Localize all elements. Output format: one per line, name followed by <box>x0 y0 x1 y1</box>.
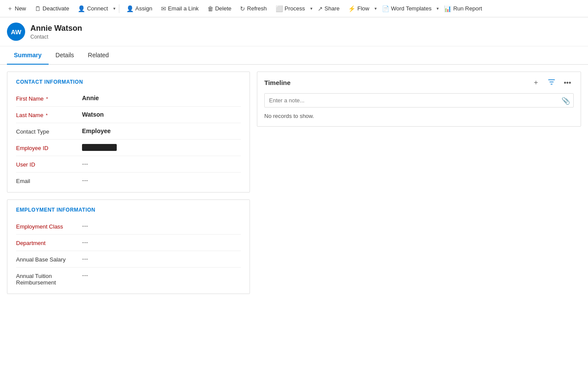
word-templates-chevron[interactable]: ▾ <box>437 6 439 11</box>
contact-info-title: CONTACT INFORMATION <box>16 79 241 85</box>
process-icon: ⬜ <box>276 5 283 12</box>
run-report-icon: 📊 <box>444 5 451 12</box>
field-contact-type: Contact Type Employee <box>16 123 241 140</box>
field-annual-base-salary: Annual Base Salary --- <box>16 251 241 268</box>
no-records-text: No records to show. <box>264 111 574 121</box>
connect-button[interactable]: 👤 Connect <box>74 3 111 14</box>
note-input[interactable] <box>264 93 574 108</box>
word-templates-label: Word Templates <box>391 5 431 12</box>
tab-summary[interactable]: Summary <box>7 46 49 65</box>
user-id-label: User ID <box>16 160 77 168</box>
attach-icon[interactable]: 📎 <box>562 96 570 105</box>
employee-id-redacted <box>82 144 117 151</box>
annual-tuition-value[interactable]: --- <box>82 272 241 279</box>
toolbar: ＋ New 🗒 Deactivate 👤 Connect ▾ 👤 Assign … <box>0 0 588 17</box>
field-email: Email --- <box>16 173 241 189</box>
flow-label: Flow <box>357 5 369 12</box>
share-button[interactable]: ↗ Share <box>314 3 343 14</box>
flow-button[interactable]: ⚡ Flow <box>345 3 372 14</box>
connect-icon: 👤 <box>78 5 85 12</box>
connect-chevron[interactable]: ▾ <box>113 6 115 11</box>
record-info: Annie Watson Contact <box>30 24 82 40</box>
last-name-label: Last Name * <box>16 111 77 118</box>
timeline-section: Timeline ＋ ••• 📎 No records to show. <box>257 72 581 127</box>
employment-class-value[interactable]: --- <box>82 222 241 229</box>
timeline-more-button[interactable]: ••• <box>561 78 574 88</box>
record-type: Contact <box>30 34 82 40</box>
divider-1 <box>119 4 119 13</box>
refresh-icon: ↻ <box>240 5 245 12</box>
process-label: Process <box>285 5 305 12</box>
email-link-button[interactable]: ✉ Email a Link <box>158 3 202 14</box>
timeline-actions: ＋ ••• <box>530 77 574 88</box>
run-report-label: Run Report <box>453 5 482 12</box>
share-icon: ↗ <box>318 5 323 12</box>
new-button[interactable]: ＋ New <box>3 3 30 14</box>
tab-related[interactable]: Related <box>81 46 116 65</box>
field-first-name: First Name * Annie <box>16 90 241 107</box>
annual-tuition-label: Annual Tuition Reimbursement <box>16 272 77 286</box>
record-header: AW Annie Watson Contact <box>0 17 588 46</box>
last-name-value[interactable]: Watson <box>82 111 241 118</box>
flow-chevron[interactable]: ▾ <box>374 6 377 11</box>
email-value[interactable]: --- <box>82 177 241 184</box>
first-name-value[interactable]: Annie <box>82 95 241 101</box>
share-label: Share <box>325 5 340 12</box>
note-input-wrapper: 📎 <box>264 93 574 108</box>
timeline-filter-button[interactable] <box>545 78 558 88</box>
field-annual-tuition: Annual Tuition Reimbursement --- <box>16 268 241 290</box>
field-employee-id: Employee ID <box>16 140 241 156</box>
word-templates-icon: 📄 <box>382 5 389 12</box>
flow-icon: ⚡ <box>348 5 355 12</box>
first-name-label: First Name * <box>16 95 77 102</box>
employment-info-title: EMPLOYMENT INFORMATION <box>16 207 241 213</box>
assign-icon: 👤 <box>126 5 134 12</box>
tab-bar: Summary Details Related <box>0 46 588 65</box>
contact-info-section: CONTACT INFORMATION First Name * Annie L… <box>7 72 250 193</box>
process-chevron[interactable]: ▾ <box>310 6 312 11</box>
deactivate-icon: 🗒 <box>35 5 41 12</box>
plus-icon: ＋ <box>7 5 13 13</box>
main-content: CONTACT INFORMATION First Name * Annie L… <box>0 65 588 301</box>
new-label: New <box>15 5 26 12</box>
field-employment-class: Employment Class --- <box>16 218 241 235</box>
field-user-id: User ID --- <box>16 156 241 173</box>
annual-base-salary-label: Annual Base Salary <box>16 255 77 263</box>
email-label: Email <box>16 177 77 184</box>
assign-label: Assign <box>135 5 152 12</box>
refresh-label: Refresh <box>247 5 267 12</box>
refresh-button[interactable]: ↻ Refresh <box>237 3 270 14</box>
avatar-initials: AW <box>11 28 21 36</box>
assign-button[interactable]: 👤 Assign <box>123 3 156 14</box>
department-label: Department <box>16 239 77 246</box>
email-link-label: Email a Link <box>168 5 199 12</box>
timeline-title: Timeline <box>264 79 530 86</box>
user-id-value[interactable]: --- <box>82 160 241 167</box>
left-column: CONTACT INFORMATION First Name * Annie L… <box>7 72 250 294</box>
run-report-button[interactable]: 📊 Run Report <box>440 3 485 14</box>
word-templates-button[interactable]: 📄 Word Templates <box>378 3 435 14</box>
connect-label: Connect <box>87 5 108 12</box>
department-value[interactable]: --- <box>82 239 241 246</box>
email-icon: ✉ <box>161 5 166 12</box>
timeline-header: Timeline ＋ ••• <box>264 77 574 88</box>
delete-button[interactable]: 🗑 Delete <box>204 3 235 14</box>
delete-label: Delete <box>215 5 232 12</box>
timeline-add-button[interactable]: ＋ <box>530 77 542 88</box>
contact-type-value[interactable]: Employee <box>82 127 241 134</box>
field-last-name: Last Name * Watson <box>16 107 241 123</box>
employee-id-label: Employee ID <box>16 144 77 151</box>
tab-details[interactable]: Details <box>49 46 81 65</box>
delete-icon: 🗑 <box>207 5 214 12</box>
employment-info-section: EMPLOYMENT INFORMATION Employment Class … <box>7 199 250 294</box>
process-button[interactable]: ⬜ Process <box>272 3 309 14</box>
contact-type-label: Contact Type <box>16 127 77 135</box>
deactivate-label: Deactivate <box>43 5 69 12</box>
field-department: Department --- <box>16 235 241 251</box>
annual-base-salary-value[interactable]: --- <box>82 255 241 262</box>
right-column: Timeline ＋ ••• 📎 No records to show. <box>257 72 581 127</box>
deactivate-button[interactable]: 🗒 Deactivate <box>31 3 72 14</box>
avatar: AW <box>7 23 25 41</box>
employee-id-value[interactable] <box>82 144 241 151</box>
record-name: Annie Watson <box>30 24 82 33</box>
